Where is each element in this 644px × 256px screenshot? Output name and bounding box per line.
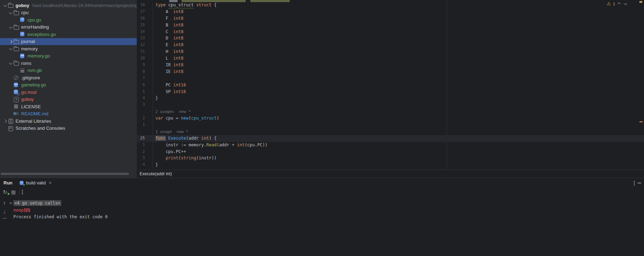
line-number-gutter[interactable]: 1 — [137, 122, 153, 128]
rerun-button[interactable] — [3, 189, 9, 196]
line-number-gutter[interactable]: 14 — [137, 29, 153, 35]
editor-line[interactable]: 6 PC int16 — [137, 82, 644, 89]
run-tab-build-valid[interactable]: build valid — [19, 179, 53, 187]
editor-line[interactable]: 14 C int8 — [137, 29, 644, 35]
tree-item-journal[interactable]: journal — [0, 38, 137, 45]
project-tree-panel[interactable]: goboy\\wsl.localhost\Ubuntu-24.04\home\r… — [0, 0, 137, 178]
editor-line[interactable]: 3 print(string(instr)) — [137, 155, 644, 161]
inspections-widget[interactable]: ⚠ 1 — [607, 1, 628, 6]
more-options-kebab-icon[interactable] — [634, 183, 635, 184]
line-number-gutter[interactable]: 4 — [137, 95, 153, 102]
down-arrow-icon[interactable]: ↓ — [2, 209, 6, 215]
inlay-text[interactable]: 1 usage — [155, 129, 172, 134]
editor-line[interactable]: 15 B int8 — [137, 22, 644, 29]
tree-item-exceptions.go[interactable]: exceptions.go — [0, 31, 137, 38]
line-number-gutter[interactable]: 12 — [137, 42, 153, 48]
editor-line[interactable]: 1 usagenew * — [137, 128, 644, 135]
tree-item-rom.gb[interactable]: rom.gb — [0, 67, 137, 74]
tree-horizontal-scrollbar[interactable] — [1, 173, 129, 175]
editor-line-current[interactable]: 25func Execute(addr int) { — [137, 135, 644, 142]
editor-line[interactable]: 2var cpu = new(cpu_struct) — [137, 115, 644, 122]
line-number-gutter[interactable]: 3 — [137, 155, 153, 161]
editor-line[interactable]: 18type cpu_struct struct { — [137, 2, 644, 8]
editor-line[interactable]: 10 L int8 — [137, 55, 644, 62]
inlay-text[interactable]: new * — [179, 109, 191, 114]
line-number-gutter[interactable]: 6 — [137, 82, 153, 89]
chevron-closed-icon[interactable] — [8, 39, 13, 44]
editor-line[interactable]: 5 SP int16 — [137, 89, 644, 95]
line-number-gutter[interactable]: 25 — [137, 135, 153, 142]
tree-item-gameboy.go[interactable]: gameboy.go — [0, 81, 137, 89]
previous-problem-chevron-up-icon[interactable] — [617, 2, 621, 6]
fold-expand-icon[interactable]: > — [10, 201, 12, 206]
editor-line[interactable]: 3 — [137, 102, 644, 108]
tree-item-goboy[interactable]: goboy\\wsl.localhost\Ubuntu-24.04\home\r… — [0, 2, 137, 9]
editor-line[interactable]: 4} — [137, 161, 644, 168]
line-number-gutter[interactable]: 2 — [137, 115, 153, 122]
editor-line[interactable]: 2 cpu.PC++ — [137, 148, 644, 155]
tree-item-go.mod[interactable]: go.mod — [0, 89, 137, 96]
tree-item-scratches-and-consoles[interactable]: Scratches and Consoles — [0, 125, 137, 132]
tree-item-cpu.go[interactable]: cpu.go — [0, 16, 137, 24]
line-number-gutter[interactable] — [137, 128, 153, 135]
line-number-gutter[interactable]: 16 — [137, 15, 153, 22]
chevron-open-icon[interactable] — [8, 10, 13, 16]
code-editor[interactable]: 18type cpu_struct struct {17 A int816 F … — [137, 0, 644, 170]
tree-item-external-libraries[interactable]: External Libraries — [0, 117, 137, 125]
tree-item-readme.md[interactable]: README.md — [0, 110, 137, 118]
scrollbar-change-mark[interactable] — [639, 121, 643, 122]
line-number-gutter[interactable]: 8 — [137, 68, 153, 75]
tree-item-memory[interactable]: memory — [0, 45, 137, 53]
tree-item-license[interactable]: LICENSE — [0, 103, 137, 110]
editor-line[interactable]: 17 A int8 — [137, 8, 644, 15]
line-number-gutter[interactable]: 9 — [137, 62, 153, 68]
console-line-fold[interactable]: <4 go setup calls> — [13, 200, 644, 207]
editor-line[interactable]: 1 instr := memory.Read(addr + int(cpu.PC… — [137, 142, 644, 148]
usages-inlay-hint[interactable]: 2 usagesnew * — [153, 108, 191, 115]
line-number-gutter[interactable]: 5 — [137, 89, 153, 95]
hide-panel-icon[interactable] — [638, 183, 641, 183]
tree-item-roms[interactable]: roms — [0, 60, 137, 67]
folded-output-text[interactable]: <4 go setup calls> — [13, 200, 61, 206]
tree-item-goboy[interactable]: goboy — [0, 96, 137, 103]
editor-line[interactable]: 13 D int8 — [137, 35, 644, 42]
line-number-gutter[interactable]: 2 — [137, 148, 153, 155]
tree-item-cpu[interactable]: cpu — [0, 9, 137, 17]
line-number-gutter[interactable]: 10 — [137, 55, 153, 62]
breadcrumb-item[interactable]: Execute(addr int) — [140, 171, 172, 176]
line-number-gutter[interactable]: 15 — [137, 22, 153, 29]
up-arrow-icon[interactable]: ↑ — [2, 201, 6, 206]
tree-item-memory.go[interactable]: memory.go — [0, 53, 137, 60]
inlay-text[interactable]: new * — [177, 129, 188, 134]
toolbar-more-kebab-icon[interactable] — [22, 191, 23, 193]
editor-lines[interactable]: 18type cpu_struct struct {17 A int816 F … — [137, 2, 644, 168]
run-console[interactable]: ↑ ↓ > <4 go setup calls>noopProcess fini… — [0, 199, 644, 256]
chevron-open-icon[interactable] — [2, 2, 8, 8]
editor-line[interactable]: 12 E int8 — [137, 42, 644, 48]
next-problem-chevron-down-icon[interactable] — [624, 2, 628, 6]
line-number-gutter[interactable]: 7 — [137, 75, 153, 82]
line-number-gutter[interactable]: 18 — [137, 2, 153, 8]
editor-line[interactable]: 9 IR int8 — [137, 62, 644, 68]
editor-line[interactable]: 16 F int8 — [137, 15, 644, 22]
usages-inlay-hint[interactable]: 1 usagenew * — [153, 128, 188, 135]
chevron-open-icon[interactable] — [8, 24, 13, 30]
stop-button[interactable] — [11, 190, 16, 195]
scrollbar-warning-mark[interactable] — [639, 1, 642, 3]
editor-line[interactable]: 7 — [137, 75, 644, 82]
line-number-gutter[interactable]: 3 — [137, 102, 153, 108]
chevron-open-icon[interactable] — [8, 60, 13, 66]
inlay-text[interactable]: 2 usages — [155, 109, 174, 114]
line-number-gutter[interactable]: 4 — [137, 161, 153, 168]
close-icon[interactable] — [48, 181, 53, 185]
chevron-open-icon[interactable] — [8, 46, 13, 51]
line-number-gutter[interactable]: 11 — [137, 48, 153, 55]
editor-line[interactable]: 2 usagesnew * — [137, 108, 644, 115]
breadcrumb[interactable]: Execute(addr int) — [137, 170, 644, 178]
line-number-gutter[interactable]: 17 — [137, 8, 153, 15]
editor-line[interactable]: 8 IE int8 — [137, 68, 644, 75]
line-number-gutter[interactable]: 13 — [137, 35, 153, 42]
line-number-gutter[interactable] — [137, 108, 153, 115]
editor-line[interactable]: 1 — [137, 122, 644, 128]
line-number-gutter[interactable]: 1 — [137, 142, 153, 148]
